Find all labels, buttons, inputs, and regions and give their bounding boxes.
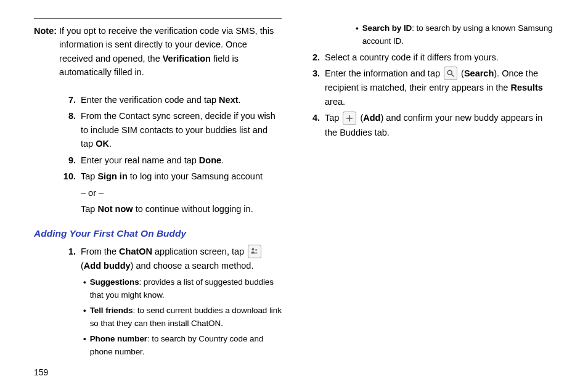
step-3: 3. Enter the information and tap (Search… <box>306 67 554 108</box>
bullet-phone-number: •Phone number: to search by Country code… <box>81 333 282 359</box>
svg-point-1 <box>255 249 257 251</box>
page-content: Note: If you opt to receive the verifica… <box>0 0 588 392</box>
add-icon <box>343 112 356 125</box>
add-buddy-icon <box>248 245 261 258</box>
left-column: Note: If you opt to receive the verifica… <box>34 18 282 364</box>
search-icon <box>444 67 457 80</box>
svg-point-0 <box>252 248 255 250</box>
bullet-search-by-id: •Search by ID: to search by using a know… <box>353 22 554 48</box>
note-label: Note: <box>34 24 59 80</box>
search-method-list: •Suggestions: provides a list of suggest… <box>81 276 282 359</box>
step-8: 8. From the Contact sync screen, decide … <box>62 109 282 150</box>
bullet-tell-friends: •Tell friends: to send current buddies a… <box>81 304 282 330</box>
add-step-1: 1. From the ChatON application screen, t… <box>62 245 282 361</box>
right-column: •Search by ID: to search by using a know… <box>306 18 554 364</box>
step-7: 7. Enter the verification code and tap N… <box>62 93 282 107</box>
step-4: 4. Tap (Add) and confirm your new buddy … <box>306 111 554 139</box>
or-divider: – or – <box>81 186 282 200</box>
search-method-list-cont: •Search by ID: to search by using a know… <box>335 22 554 48</box>
step-10: 10. Tap Sign in to log into your Samsung… <box>62 169 282 216</box>
step-9: 9. Enter your real name and tap Done. <box>62 153 282 167</box>
add-buddy-steps: 1. From the ChatON application screen, t… <box>34 245 282 361</box>
note-text: If you opt to receive the verification c… <box>59 24 282 80</box>
right-steps: 2. Select a country code if it differs f… <box>306 51 554 139</box>
page-number: 159 <box>34 366 48 380</box>
verification-steps: 7. Enter the verification code and tap N… <box>34 93 282 216</box>
bullet-suggestions: •Suggestions: provides a list of suggest… <box>81 276 282 302</box>
step-2: 2. Select a country code if it differs f… <box>306 51 554 64</box>
note-block: Note: If you opt to receive the verifica… <box>34 18 282 80</box>
section-heading: Adding Your First Chat On Buddy <box>34 226 282 241</box>
svg-line-3 <box>451 75 454 77</box>
